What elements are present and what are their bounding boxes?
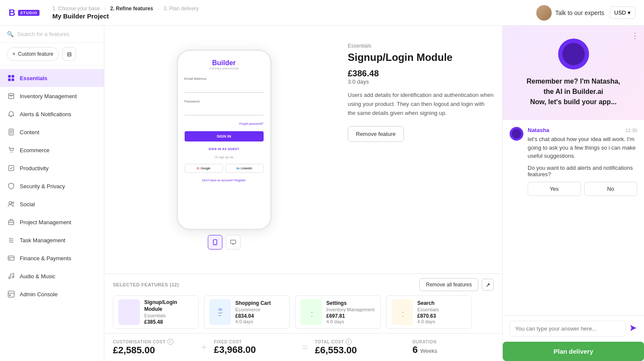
duration-unit: Weeks: [420, 348, 437, 354]
card-days: 4.0 days: [235, 319, 284, 324]
main-layout: 🔍 Search for a features + Custom feature…: [0, 26, 644, 361]
search-placeholder: Search for a features: [17, 31, 69, 37]
total-info-icon[interactable]: i: [346, 339, 352, 345]
phone-register-text: Don't have an account? Register: [185, 179, 264, 182]
fixed-value: £3,968.00: [214, 344, 295, 355]
center-content: Builder everyday phenomenal Email Addres…: [104, 26, 502, 361]
sidebar-item-content[interactable]: Content: [0, 123, 104, 141]
sidebar-item-social[interactable]: Social: [0, 195, 104, 213]
feature-card[interactable]: Signup/LoginModule Essentials £385.48: [113, 295, 199, 329]
sidebar-item-admin[interactable]: Admin Console: [0, 285, 104, 303]
chat-avatar-inner: [512, 129, 521, 138]
feature-card-thumbnail: [301, 299, 322, 325]
filter-button[interactable]: ⊟: [62, 47, 76, 61]
music-icon: [7, 272, 15, 280]
sidebar-item-audio[interactable]: Audio & Music: [0, 267, 104, 285]
card-price: £870.63: [417, 313, 466, 319]
sidebar-item-alerts[interactable]: Alerts & Notifications: [0, 105, 104, 123]
chat-agent-name: Natasha: [528, 127, 550, 133]
card-days: 4.0 days: [417, 319, 466, 324]
total-cost: TOTAL COST i £6,553.00: [315, 339, 396, 356]
ai-more-button[interactable]: ⋮: [631, 31, 639, 40]
sidebar-item-ecommerce[interactable]: Ecommerce: [0, 141, 104, 159]
finance-label: Finance & Payments: [20, 255, 71, 262]
logo-b: B: [9, 7, 15, 18]
total-label: TOTAL COST: [315, 340, 344, 344]
expert-label: Talk to our experts: [555, 9, 604, 16]
selected-features-label: SELECTED FEATURES (12): [113, 282, 179, 287]
chat-input[interactable]: [510, 321, 626, 337]
phone-email-field: [185, 85, 264, 93]
sidebar-item-project-mgmt[interactable]: Project Management: [0, 213, 104, 231]
steps: 1. Choose your base › 2. Refine features…: [52, 6, 536, 12]
plan-delivery-button[interactable]: Plan delivery: [503, 342, 644, 361]
ai-avatar-inner: [562, 43, 585, 65]
admin-label: Admin Console: [20, 291, 58, 298]
duration-label: DURATION: [413, 340, 437, 344]
chat-no-button[interactable]: No: [584, 182, 638, 196]
step-2[interactable]: 2. Refine features: [110, 6, 153, 12]
briefcase-icon: [7, 218, 15, 226]
plus-icon: +: [12, 51, 15, 57]
task-mgmt-label: Task Management: [20, 237, 65, 244]
expert-button[interactable]: Talk to our experts: [536, 5, 604, 21]
admin-icon: [7, 290, 15, 298]
sidebar-item-essentials[interactable]: Essentials: [0, 69, 104, 87]
svg-rect-29: [231, 240, 236, 244]
card-name: Shopping Cart: [235, 300, 284, 307]
sidebar-item-task-mgmt[interactable]: Task Management: [0, 231, 104, 249]
customisation-info-icon[interactable]: i: [167, 339, 173, 345]
phone-guest-link: SIGN IN AS GUEST: [185, 147, 264, 150]
custom-feature-button[interactable]: + Custom feature: [7, 47, 59, 61]
bell-icon: [7, 110, 15, 118]
card-price: £697.81: [326, 313, 375, 319]
sidebar-item-productivity[interactable]: Productivity: [0, 159, 104, 177]
logo-studio: STUDIO: [18, 10, 39, 16]
check-icon: [7, 164, 15, 172]
phone-register-link: Register: [234, 179, 246, 182]
chat-time: 12:30: [625, 128, 637, 133]
feature-card-info: Shopping Cart Ecommerce £834.04 4.0 days: [235, 300, 284, 324]
feature-card[interactable]: Shopping Cart Ecommerce £834.04 4.0 days: [204, 295, 290, 329]
currency-selector[interactable]: USD ▾: [610, 6, 635, 19]
desktop-view-btn[interactable]: [226, 235, 240, 250]
card-price: £385.48: [144, 319, 193, 325]
feature-card[interactable]: Search Essentials £870.63 4.0 days: [386, 295, 472, 329]
expand-button[interactable]: ↗: [482, 279, 494, 291]
sidebar-item-security[interactable]: Security & Privacy: [0, 177, 104, 195]
svg-rect-19: [8, 256, 14, 260]
feature-duration: 3.0 days: [348, 78, 494, 85]
feature-card-thumbnail: [118, 299, 140, 325]
phone-social-buttons: G Google in LinkedIn: [185, 164, 264, 173]
chat-message: Natasha 12:30 let's chat about how your …: [510, 127, 637, 196]
feature-display: Builder everyday phenomenal Email Addres…: [104, 26, 502, 274]
sidebar-item-finance[interactable]: Finance & Payments: [0, 249, 104, 267]
cost-separator-1: +: [201, 341, 207, 353]
step-3: 3. Plan delivery: [164, 6, 199, 12]
remove-feature-button[interactable]: Remove feature: [348, 126, 404, 142]
feature-card[interactable]: Settings Inventory Management £697.81 4.…: [295, 295, 381, 329]
phone-frame: Builder everyday phenomenal Email Addres…: [177, 50, 271, 230]
cost-bar: CUSTOMISATION COST i £2,585.00 + FIXED C…: [104, 333, 502, 361]
feature-category: Essentials: [348, 43, 494, 49]
sidebar-nav: Essentials Inventory Management Alerts &…: [0, 66, 104, 361]
expand-icon: ↗: [486, 282, 490, 288]
phone-mockup-area: Builder everyday phenomenal Email Addres…: [113, 34, 335, 265]
fixed-label: FIXED COST: [214, 340, 242, 344]
svg-point-12: [9, 202, 12, 204]
inventory-label: Inventory Management: [20, 93, 77, 99]
search-box[interactable]: 🔍 Search for a features: [7, 31, 97, 37]
sidebar-item-inventory[interactable]: Inventory Management: [0, 87, 104, 105]
logo-area: B STUDIO: [9, 7, 39, 18]
grid-icon: [7, 74, 15, 82]
feature-card-info: Settings Inventory Management £697.81 4.…: [326, 300, 375, 324]
chat-yes-button[interactable]: Yes: [528, 182, 581, 196]
phone-logo-sub: everyday phenomenal: [185, 67, 264, 70]
remove-all-button[interactable]: Remove all features: [419, 278, 478, 291]
credit-card-icon: [7, 254, 15, 262]
svg-point-13: [12, 202, 14, 204]
chat-send-button[interactable]: [629, 324, 637, 333]
mobile-view-btn[interactable]: [208, 235, 222, 250]
phone-password-label: Password: [185, 99, 264, 103]
view-toggles: [208, 235, 240, 250]
